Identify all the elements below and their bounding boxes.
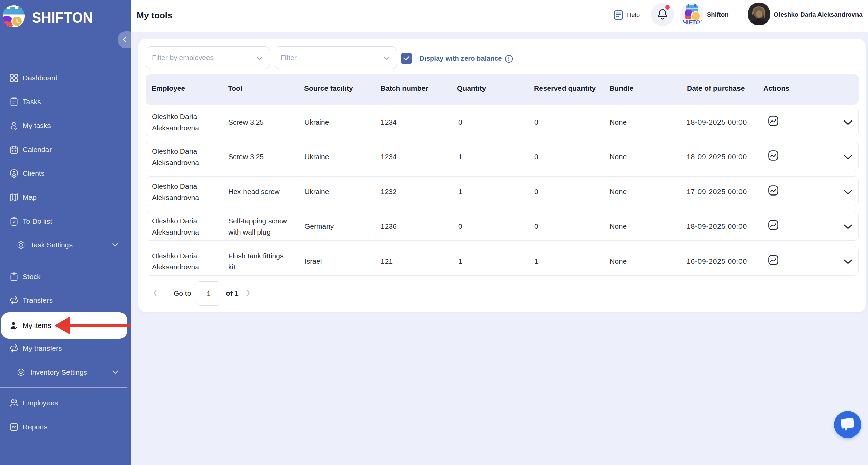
svg-text:SHIFTON: SHIFTON — [680, 19, 703, 26]
